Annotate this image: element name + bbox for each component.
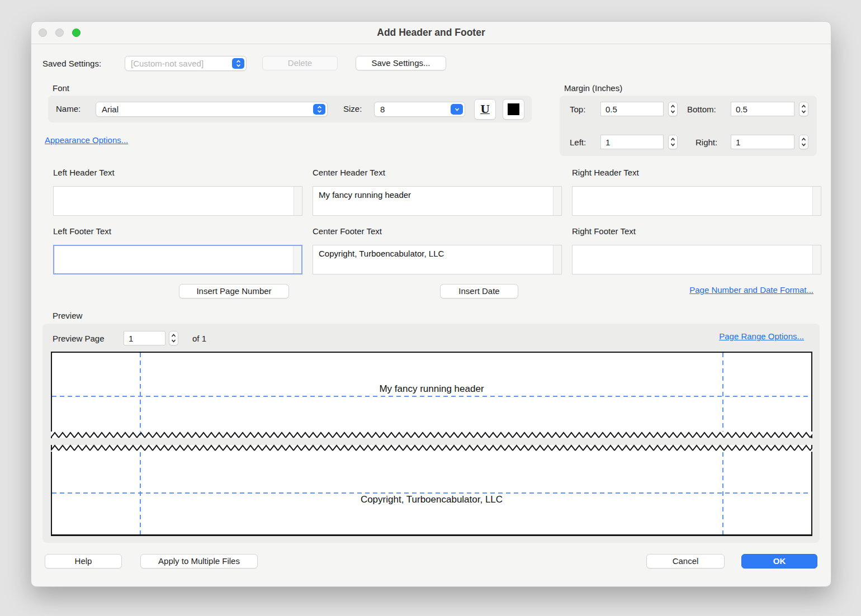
scrollbar[interactable] [553, 245, 561, 274]
preview-page-bottom-sheet: Copyright, Turboencabulator, LLC [51, 445, 812, 536]
font-size-combo[interactable]: 8 [374, 102, 465, 117]
delete-button[interactable]: Delete [262, 56, 338, 70]
torn-edge-icon [51, 432, 812, 439]
preview-group: Preview Page of 1 Page Range Options... … [42, 324, 820, 543]
preview-page-input[interactable] [124, 331, 165, 345]
margin-top-stepper-icon[interactable] [668, 102, 678, 116]
margin-right-stepper-icon[interactable] [799, 135, 808, 149]
margin-right-input[interactable] [731, 135, 794, 149]
saved-settings-dropdown[interactable]: [Custom-not saved] [125, 56, 247, 71]
scrollbar[interactable] [812, 187, 821, 215]
center-footer-textarea-wrap: Copyright, Turboencabulator, LLC [313, 245, 562, 274]
margin-left-input[interactable] [600, 135, 664, 149]
apply-to-multiple-files-button[interactable]: Apply to Multiple Files [140, 554, 258, 568]
save-settings-button[interactable]: Save Settings... [356, 56, 446, 70]
left-footer-textarea[interactable] [54, 246, 293, 273]
right-footer-label: Right Footer Text [572, 226, 636, 236]
stepper-icon [232, 58, 244, 69]
font-color-button[interactable] [503, 99, 524, 120]
margin-bottom-label: Bottom: [687, 105, 716, 114]
margin-right-label: Right: [696, 138, 717, 147]
margin-top-label: Top: [570, 105, 585, 114]
insert-page-number-button[interactable]: Insert Page Number [179, 284, 289, 298]
preview-page-label: Preview Page [53, 334, 105, 343]
left-header-textarea-wrap [53, 186, 302, 216]
preview-page-stepper-icon[interactable] [169, 331, 178, 345]
center-header-textarea-wrap: My fancy running header [313, 186, 562, 216]
scrollbar[interactable] [294, 187, 302, 215]
left-footer-label: Left Footer Text [53, 226, 111, 236]
scrollbar[interactable] [812, 245, 821, 274]
page-range-options-link[interactable]: Page Range Options... [719, 331, 804, 341]
chevron-down-icon [451, 104, 463, 115]
help-button[interactable]: Help [45, 554, 122, 568]
right-footer-textarea-wrap [572, 245, 821, 274]
margin-section-label: Margin (Inches) [564, 83, 622, 93]
saved-settings-value: [Custom-not saved] [131, 59, 204, 68]
scrollbar[interactable] [553, 187, 561, 215]
margin-group: Top: Bottom: Left: Right: [560, 96, 817, 156]
center-footer-textarea[interactable]: Copyright, Turboencabulator, LLC [313, 245, 553, 274]
title-bar: Add Header and Footer [31, 22, 831, 44]
right-header-textarea-wrap [572, 186, 821, 216]
preview-header-text: My fancy running header [52, 383, 811, 395]
stepper-icon [313, 104, 325, 115]
cancel-button[interactable]: Cancel [646, 554, 725, 568]
header-baseline-guide [52, 396, 811, 397]
right-header-textarea[interactable] [573, 187, 812, 215]
right-header-label: Right Header Text [572, 168, 639, 177]
preview-section-label: Preview [53, 311, 82, 320]
center-header-textarea[interactable]: My fancy running header [313, 187, 553, 215]
font-name-value: Arial [102, 105, 119, 114]
font-name-label: Name: [56, 104, 81, 113]
page-number-date-format-link[interactable]: Page Number and Date Format... [689, 285, 813, 295]
font-group: Name: Arial Size: 8 U [48, 96, 532, 122]
torn-edge-icon [51, 444, 812, 452]
margin-bottom-stepper-icon[interactable] [799, 102, 808, 116]
preview-page-top-sheet: My fancy running header [51, 352, 812, 438]
left-header-textarea[interactable] [54, 187, 294, 215]
margin-left-label: Left: [570, 138, 586, 147]
left-header-label: Left Header Text [53, 168, 115, 177]
right-footer-textarea[interactable] [573, 245, 812, 274]
add-header-footer-dialog: Add Header and Footer Saved Settings: [C… [31, 21, 831, 587]
ok-button[interactable]: OK [741, 554, 817, 568]
underline-button[interactable]: U [474, 99, 496, 120]
footer-baseline-guide [52, 492, 811, 494]
page-title: Add Header and Footer [31, 27, 831, 39]
center-header-label: Center Header Text [313, 168, 385, 177]
font-section-label: Font [53, 83, 69, 93]
font-size-label: Size: [343, 104, 362, 113]
margin-bottom-input[interactable] [731, 102, 794, 116]
margin-left-stepper-icon[interactable] [668, 135, 678, 149]
center-footer-label: Center Footer Text [313, 226, 382, 236]
preview-of-label: of 1 [192, 334, 206, 343]
scrollbar[interactable] [293, 246, 301, 273]
preview-footer-text: Copyright, Turboencabulator, LLC [52, 494, 811, 505]
saved-settings-label: Saved Settings: [42, 59, 101, 68]
font-name-dropdown[interactable]: Arial [96, 102, 328, 117]
font-size-value: 8 [380, 105, 385, 114]
preview-page: My fancy running header [51, 352, 812, 536]
insert-date-button[interactable]: Insert Date [440, 284, 518, 298]
appearance-options-link[interactable]: Appearance Options... [45, 135, 128, 145]
color-swatch-icon [508, 103, 519, 115]
margin-top-input[interactable] [600, 102, 664, 116]
left-footer-textarea-wrap [53, 245, 302, 274]
